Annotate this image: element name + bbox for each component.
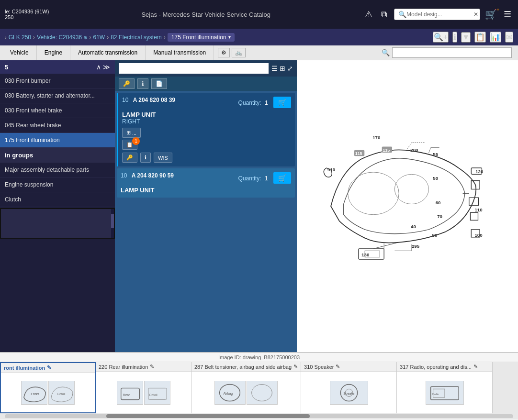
parts-list: ☰ ⊞ ⤢ 🔑 ℹ 📄 10 A 204 820 08 39 Quantity:… [115,60,297,352]
svg-text:Airbag: Airbag [223,391,233,395]
part-1-pos: 10 [122,97,128,103]
sidebar-item-030-front-bumper[interactable]: 030 Front bumper [0,74,115,88]
email-button[interactable]: ✉ [505,32,513,43]
breadcrumb-current[interactable]: 175 Front illumination ▾ [168,33,235,42]
vehicle-info: le: C204936 (61W) 250 [5,9,49,20]
expand-view-btn[interactable]: ⤢ [287,65,293,72]
grid-view-btn[interactable]: ⊞ [280,65,285,72]
part-card-2[interactable]: 10 A 204 820 90 59 Quantity: 1 🛒 LAMP UN… [117,168,295,198]
tab-extra-icons: ⚙ 🚲 [214,46,249,59]
thumb-front-illumination[interactable]: ront illumination ✎ Front Detail [0,362,96,413]
diagram-area: 170 115 115 200 55 50 120 60 110 70 40 8… [297,60,518,352]
part-1-table-btn[interactable]: ⊞ ... [122,128,141,138]
sidebar-item-clutch[interactable]: Clutch [0,192,115,207]
main-content: 5 ∧ ≫ 030 Front bumper 030 Battery, star… [0,60,518,352]
part-doc-icon[interactable]: 📄 [151,78,167,89]
parts-search-input[interactable] [119,63,269,74]
svg-text:100: 100 [474,232,483,238]
filter-button[interactable]: ▼ [461,32,471,43]
thumb-310-label: 310 Speaker ✎ [301,362,396,372]
breadcrumb-tools: 🔍+ ℹ ▼ 📋 📊 ✉ [433,32,513,43]
diagram-svg: 170 115 115 200 55 50 120 60 110 70 40 8… [297,60,518,352]
copy-button[interactable]: ⧉ [379,8,389,22]
sidebar-item-175-front-illumination[interactable]: 175 Front illumination [0,133,115,148]
thumb-317-radio[interactable]: 317 Radio, operating and dis... ✎ Radio [397,362,493,413]
vehicle-label: le: C204936 (61W) [5,9,49,14]
cart-button[interactable]: 🛒+ [485,9,497,20]
tab-vehicle[interactable]: Vehicle [2,45,37,60]
breadcrumb-61w[interactable]: 61W [93,34,105,41]
part-1-badge: 1 [132,137,140,145]
part-1-qty: 1 [265,99,268,106]
sidebar: 5 ∧ ≫ 030 Front bumper 030 Battery, star… [0,60,115,352]
info-button[interactable]: ℹ [452,32,457,43]
thumb-front-illum-images: Front Detail [1,373,95,412]
top-search-icon[interactable]: 🔍 [398,11,406,18]
warning-button[interactable]: ⚠ [363,7,374,22]
part-info-icon[interactable]: ℹ [137,78,148,89]
part-1-wis-btn[interactable]: WIS [154,153,172,163]
top-search-box[interactable]: 🔍 ✕ [394,9,480,20]
svg-text:115: 115 [383,148,390,153]
sidebar-scroll-indicator [0,208,115,239]
settings-icon[interactable]: ⚙ [218,48,230,57]
list-view-btn[interactable]: ☰ [271,65,278,72]
print-button[interactable]: 📋 [474,32,486,43]
sidebar-item-045-rear-wheel-brake[interactable]: 045 Rear wheel brake [0,118,115,133]
thumb-287-label: 287 Belt tensioner, airbag and side airb… [191,362,301,372]
part-2-cart-btn[interactable]: 🛒 [273,172,291,184]
stats-button[interactable]: 📊 [490,32,501,43]
part-top-icons: 🔑 ℹ 📄 [115,77,297,91]
parts-view-buttons: ☰ ⊞ ⤢ [271,65,293,72]
svg-text:Front: Front [31,391,40,396]
thumb-220-label: 220 Rear illumination ✎ [96,362,191,372]
thumbnail-scrollbar-track[interactable] [5,414,513,418]
svg-text:70: 70 [437,214,442,219]
sidebar-item-major-assembly[interactable]: Major assembly detachable parts [0,163,115,177]
top-bar-actions: ⚠ ⧉ 🔍 ✕ 🛒+ ☰ [363,7,513,22]
sidebar-expand-btn[interactable]: ≫ [103,63,110,71]
part-1-cart-btn[interactable]: 🛒 [273,97,291,108]
thumb-310-speaker[interactable]: 310 Speaker ✎ Speaker [301,362,397,413]
part-1-key-btn[interactable]: 🔑 [122,153,137,163]
tab-engine[interactable]: Engine [37,45,70,60]
breadcrumb-bar: › GLK 250 › Vehicle: C204936 ⊕ › 61W › 8… [0,29,518,45]
svg-text:110: 110 [474,207,483,212]
part-1-info-btn[interactable]: ℹ [140,153,151,163]
breadcrumb-glk250[interactable]: GLK 250 [9,34,31,41]
breadcrumb-vehicle[interactable]: Vehicle: C204936 ⊕ [37,34,87,41]
breadcrumb-electrical[interactable]: 82 Electrical system [111,34,162,41]
svg-text:Rear: Rear [123,393,130,396]
tab-manual-trans[interactable]: Manual transmission [146,45,214,60]
sidebar-item-030-battery[interactable]: 030 Battery, starter and alternator... [0,88,115,103]
svg-text:60: 60 [436,200,441,205]
svg-text:55: 55 [433,152,438,157]
svg-text:115: 115 [355,151,362,156]
thumb-220-rear[interactable]: 220 Rear illumination ✎ Rear Detail [96,362,191,413]
model-label: 250 [5,14,49,20]
tab-bar: Vehicle Engine Automatic transmission Ma… [0,45,518,60]
thumb-317-label: 317 Radio, operating and dis... ✎ [397,362,492,372]
sidebar-item-engine-suspension[interactable]: Engine suspension [0,177,115,192]
part-1-badge-btn[interactable]: 📋 1 [122,140,137,150]
sidebar-collapse-btn[interactable]: ∧ [96,63,101,71]
bike-icon[interactable]: 🚲 [232,48,246,57]
zoom-in-button[interactable]: 🔍+ [433,32,449,43]
thumb-317-images: Radio [397,372,492,413]
tab-auto-trans[interactable]: Automatic transmission [70,45,146,60]
top-bar: le: C204936 (61W) 250 Sejas - Mercedes S… [0,0,518,29]
tab-search-input[interactable] [392,47,512,58]
tab-search-icon[interactable]: 🔍 [382,49,390,56]
tab-search-area: 🔍 [378,45,516,60]
thumb-310-images: Speaker [301,372,396,413]
sidebar-item-030-front-wheel-brake[interactable]: 030 Front wheel brake [0,103,115,118]
thumbnail-scroll[interactable]: ront illumination ✎ Front Detail [0,362,518,413]
top-search-input[interactable] [406,11,473,18]
part-key-icon[interactable]: 🔑 [119,78,135,89]
top-search-clear[interactable]: ✕ [473,11,478,18]
part-card-1[interactable]: 10 A 204 820 08 39 Quantity: 1 🛒 LAMP UN… [117,93,295,166]
svg-text:170: 170 [372,135,381,141]
thumb-287-belt[interactable]: 287 Belt tensioner, airbag and side airb… [191,362,301,413]
menu-button[interactable]: ☰ [502,7,513,22]
svg-text:40: 40 [411,224,416,229]
